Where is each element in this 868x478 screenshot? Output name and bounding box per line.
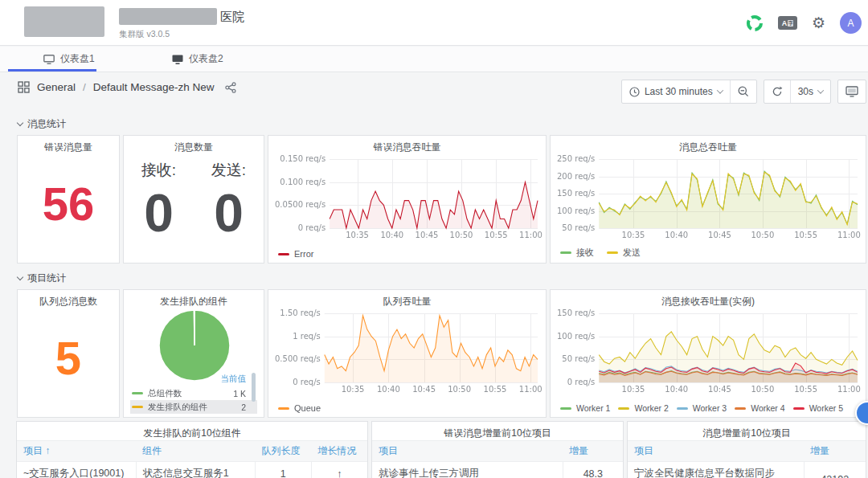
error-count-value: 56	[18, 177, 119, 231]
table-error-increment: 错误消息增量前10位项目 项目 增量 就诊事件上传三方调用 48.3	[371, 421, 624, 478]
chevron-down-icon	[817, 87, 824, 93]
time-range-picker[interactable]: Last 30 minutes	[622, 80, 730, 103]
cell-increment: 48.3	[563, 462, 623, 478]
legend-current-value-header[interactable]: 当前值	[130, 373, 257, 386]
version-label: 集群版 v3.0.5	[119, 29, 170, 40]
monitor-dark-icon	[172, 55, 183, 64]
legend-dash	[793, 407, 805, 410]
legend-label[interactable]: Worker 1	[576, 403, 610, 413]
zoom-out-button[interactable]	[730, 80, 756, 103]
sort-arrow-icon: ↑	[45, 445, 50, 456]
panel-title: 消息总吞吐量	[551, 136, 866, 153]
breadcrumb-dashboard-title[interactable]: Default Message-zh New	[93, 81, 215, 93]
time-toolbar: Last 30 minutes	[621, 80, 866, 104]
cell-increment: 42192	[804, 462, 866, 478]
share-icon[interactable]	[225, 82, 236, 93]
monitor-icon	[43, 55, 55, 64]
user-avatar[interactable]: A	[840, 12, 862, 34]
legend-dash	[278, 407, 289, 410]
error-throughput-chart[interactable]	[272, 155, 544, 240]
panel-queue-throughput: 队列吞吐量 Queue	[268, 289, 547, 418]
refresh-interval-label: 30s	[798, 86, 813, 97]
refresh-button[interactable]	[764, 80, 790, 103]
legend-dash	[618, 407, 629, 410]
cell-component: 状态信息交互服务1	[136, 462, 255, 478]
legend-dash	[278, 253, 289, 255]
queue-total-value: 5	[18, 331, 119, 385]
tv-icon	[845, 86, 858, 97]
clock-icon	[629, 87, 640, 97]
legend-dash	[132, 392, 143, 394]
pie-legend: 当前值 总组件数 1 K 发生排队的组件 2	[130, 373, 257, 414]
table-title: 消息增量前10位项目	[628, 422, 866, 441]
column-header-component[interactable]: 组件	[136, 441, 255, 462]
legend-dash	[560, 407, 571, 410]
cell-project: ~交互服务入口(19001)	[17, 462, 136, 478]
panel-queue-components: 发生排队的组件 当前值 总组件数 1 K 发生排队的组件 2	[123, 289, 264, 418]
active-tab-indicator	[8, 69, 96, 71]
table-message-increment: 消息增量前10位项目 项目 增量 宁波全民健康信息平台数据同步 (26001) …	[627, 421, 866, 478]
legend-dash	[607, 251, 618, 254]
legend-value: 2	[241, 402, 246, 412]
kiosk-mode-button[interactable]	[838, 80, 866, 103]
section-project-stats[interactable]: 项目统计	[18, 272, 66, 285]
app-header: 医院 集群版 v3.0.5 A 字 ⚙ A	[0, 0, 868, 46]
refresh-interval-select[interactable]: 30s	[790, 80, 830, 103]
time-range-label: Last 30 minutes	[645, 86, 713, 97]
legend-label[interactable]: Worker 4	[751, 403, 784, 413]
panel-message-count: 消息数量 接收: 发送: 0 0	[123, 135, 264, 264]
recv-label: 接收:	[141, 160, 176, 181]
panel-title: 消息接收吞吐量(实例)	[551, 290, 866, 308]
table-queued-components: 发生排队的前10位组件 项目 ↑ 组件 队列长度 增长情况 ~交互服务入口(19…	[16, 421, 368, 478]
refresh-icon	[772, 86, 783, 97]
table-row: ~交互服务入口(19001) 状态信息交互服务1 1 ↑	[17, 462, 367, 478]
panel-error-count: 错误消息量 56	[17, 135, 120, 264]
settings-gear-icon[interactable]: ⚙	[812, 15, 825, 31]
legend-label: 总组件数	[148, 388, 228, 399]
org-name-redacted	[119, 8, 217, 25]
org-name-suffix: 医院	[220, 10, 244, 25]
tab-label: 仪表盘1	[60, 52, 95, 66]
panel-worker-throughput: 消息接收吞吐量(实例) Worker 1 Worker 2 Worker 3 W…	[550, 289, 866, 418]
status-ring-icon[interactable]	[746, 14, 764, 32]
table-row: 宁波全民健康信息平台数据同步 (26001) 42192	[628, 462, 866, 478]
tab-dashboard-2[interactable]: 仪表盘2	[172, 47, 223, 71]
column-header-project[interactable]: 项目 ↑	[17, 441, 136, 462]
cell-project: 宁波全民健康信息平台数据同步 (26001)	[628, 462, 804, 478]
worker-throughput-chart[interactable]	[554, 309, 864, 394]
legend-scrollbar[interactable]	[252, 373, 256, 402]
tab-dashboard-1[interactable]: 仪表盘1	[43, 47, 95, 71]
column-header-increment[interactable]: 增量	[563, 441, 623, 462]
breadcrumb-folder[interactable]: General	[37, 81, 76, 93]
column-header-project[interactable]: 项目	[372, 441, 563, 462]
cell-queue-length: 1	[255, 462, 311, 478]
column-header-growth[interactable]: 增长情况	[311, 441, 367, 462]
table-title: 发生排队的前10位组件	[17, 422, 367, 441]
legend-row[interactable]: 发生排队的组件 2	[130, 400, 257, 414]
column-header-project[interactable]: 项目	[628, 441, 804, 462]
legend-label[interactable]: 发送	[623, 247, 641, 259]
queue-components-pie-chart[interactable]	[127, 308, 262, 382]
send-label: 发送:	[211, 160, 246, 181]
total-throughput-chart[interactable]	[554, 155, 864, 240]
legend-label[interactable]: Worker 2	[634, 403, 668, 413]
legend-label[interactable]: 接收	[576, 247, 594, 259]
legend-row[interactable]: 总组件数 1 K	[130, 386, 257, 400]
panel-title: 错误消息量	[18, 136, 119, 153]
queue-throughput-chart[interactable]	[272, 309, 544, 394]
legend-label[interactable]: Error	[294, 249, 313, 259]
legend-label[interactable]: Worker 5	[809, 403, 843, 413]
column-header-increment[interactable]: 增量	[804, 441, 866, 462]
panel-title: 队列总消息数	[18, 290, 119, 308]
section-message-stats[interactable]: 消息统计	[18, 117, 66, 131]
dashboard-tabbar: 仪表盘1 仪表盘2	[0, 47, 868, 72]
language-switch-icon[interactable]: A 字	[778, 16, 797, 30]
legend-label[interactable]: Queue	[294, 403, 321, 413]
app-logo	[24, 6, 104, 37]
panel-title: 错误消息吞吐量	[268, 136, 546, 153]
panel-queue-total: 队列总消息数 5	[17, 289, 120, 418]
legend-label[interactable]: Worker 3	[693, 403, 727, 413]
legend-dash	[560, 251, 571, 254]
column-header-queue-length[interactable]: 队列长度	[255, 441, 311, 462]
panel-title: 队列吞吐量	[268, 290, 546, 308]
